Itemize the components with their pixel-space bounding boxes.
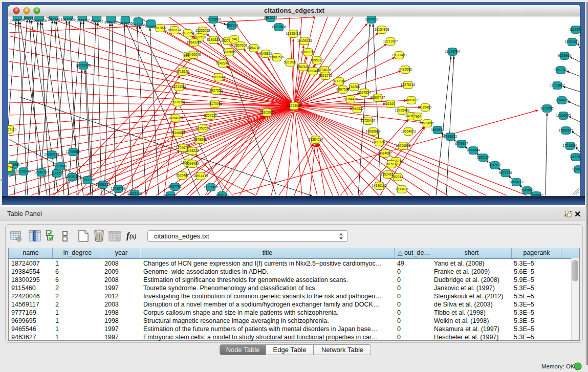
svg-text:11156829: 11156829 <box>16 169 31 173</box>
svg-text:19166825: 19166825 <box>171 131 186 135</box>
svg-text:1257730: 1257730 <box>47 18 60 21</box>
svg-text:16154808: 16154808 <box>375 28 389 31</box>
svg-text:16914479: 16914479 <box>193 174 208 178</box>
svg-text:6466160: 6466160 <box>104 20 118 24</box>
svg-text:12923468: 12923468 <box>127 192 142 195</box>
svg-text:20053346: 20053346 <box>76 63 91 67</box>
svg-text:8990444: 8990444 <box>307 69 320 73</box>
svg-text:1640954: 1640954 <box>431 128 444 132</box>
svg-text:17957225: 17957225 <box>80 178 95 182</box>
svg-text:12213362: 12213362 <box>172 85 187 89</box>
svg-text:2935114: 2935114 <box>477 156 490 159</box>
svg-text:20200578: 20200578 <box>45 152 59 156</box>
svg-text:6794028: 6794028 <box>318 68 331 72</box>
svg-text:7986322: 7986322 <box>351 107 364 111</box>
svg-text:9245652: 9245652 <box>520 188 534 192</box>
svg-text:1112541: 1112541 <box>570 28 580 31</box>
svg-text:19054982: 19054982 <box>168 116 183 120</box>
svg-text:15720407: 15720407 <box>361 119 376 122</box>
svg-text:10961758: 10961758 <box>301 50 316 54</box>
svg-text:1527602: 1527602 <box>90 19 103 23</box>
svg-text:12353594: 12353594 <box>195 126 210 130</box>
svg-text:8215955: 8215955 <box>540 106 554 110</box>
svg-text:6479197: 6479197 <box>455 142 468 145</box>
svg-text:15226058: 15226058 <box>195 29 210 32</box>
svg-text:9245042: 9245042 <box>530 193 543 196</box>
svg-text:12213967: 12213967 <box>383 39 398 43</box>
svg-text:18724007: 18724007 <box>287 104 302 107</box>
svg-text:10958127: 10958127 <box>96 183 111 186</box>
svg-text:8660124: 8660124 <box>168 28 181 32</box>
svg-text:53594: 53594 <box>8 165 13 169</box>
svg-text:16053809: 16053809 <box>206 17 221 21</box>
svg-text:3624554: 3624554 <box>358 91 371 94</box>
svg-text:2718126: 2718126 <box>176 70 189 73</box>
svg-text:546: 546 <box>232 37 237 41</box>
svg-text:1362615: 1362615 <box>296 65 310 69</box>
svg-text:13267110: 13267110 <box>8 127 17 131</box>
svg-text:2803144: 2803144 <box>212 75 225 79</box>
svg-text:252214: 252214 <box>392 175 403 179</box>
svg-text:7955812: 7955812 <box>310 58 323 62</box>
svg-text:9245012: 9245012 <box>572 167 580 171</box>
svg-text:5878342: 5878342 <box>193 138 207 141</box>
svg-text:10577305: 10577305 <box>61 18 76 21</box>
svg-text:9242848: 9242848 <box>216 61 229 65</box>
svg-text:4498222: 4498222 <box>186 149 199 152</box>
svg-text:10025453: 10025453 <box>395 108 410 112</box>
svg-text:20364436: 20364436 <box>343 97 358 101</box>
svg-text:7625402: 7625402 <box>176 173 189 177</box>
svg-text:7964: 7964 <box>414 115 422 118</box>
svg-text:15692971: 15692971 <box>559 128 574 132</box>
svg-text:114519: 114519 <box>51 171 62 175</box>
svg-text:8471676: 8471676 <box>499 171 512 174</box>
svg-text:10654112: 10654112 <box>509 180 524 184</box>
svg-text:9327509: 9327509 <box>193 35 206 39</box>
svg-text:12975115: 12975115 <box>401 83 416 86</box>
svg-text:10543382: 10543382 <box>187 40 202 44</box>
svg-text:12905135: 12905135 <box>65 175 80 179</box>
svg-text:10688609: 10688609 <box>366 129 381 133</box>
svg-text:9457791: 9457791 <box>168 185 182 188</box>
svg-text:8938913: 8938913 <box>444 135 457 138</box>
svg-text:3875685: 3875685 <box>223 50 236 54</box>
svg-text:10671355: 10671355 <box>131 23 146 27</box>
svg-text:15751074: 15751074 <box>565 40 580 43</box>
svg-text:10807487: 10807487 <box>371 96 385 99</box>
svg-text:10756928: 10756928 <box>396 144 411 147</box>
svg-text:8427552: 8427552 <box>209 89 223 92</box>
svg-text:7485003: 7485003 <box>399 68 412 71</box>
svg-text:1733426: 1733426 <box>395 187 408 191</box>
svg-text:8186328: 8186328 <box>207 38 220 41</box>
svg-text:9699695: 9699695 <box>421 121 434 125</box>
svg-text:3912954: 3912954 <box>181 31 194 35</box>
svg-text:11325419: 11325419 <box>286 32 301 35</box>
svg-text:15883520: 15883520 <box>270 55 285 59</box>
svg-text:16409213: 16409213 <box>297 39 312 42</box>
svg-text:1244415: 1244415 <box>555 98 569 102</box>
svg-text:8813054: 8813054 <box>264 16 277 19</box>
svg-text:9329966: 9329966 <box>558 54 571 57</box>
svg-text:7632621: 7632621 <box>488 163 502 167</box>
svg-text:317006: 317006 <box>209 102 221 105</box>
svg-text:10653267: 10653267 <box>75 18 90 22</box>
svg-text:3267110: 3267110 <box>204 114 217 117</box>
svg-text:5322037: 5322037 <box>284 60 297 64</box>
svg-text:14136141: 14136141 <box>372 184 387 187</box>
svg-text:19384554: 19384554 <box>309 138 323 141</box>
svg-text:2087682: 2087682 <box>365 17 378 21</box>
svg-text:9115460: 9115460 <box>419 105 432 109</box>
svg-text:7663822: 7663822 <box>154 26 167 30</box>
svg-text:19654923: 19654923 <box>401 129 416 133</box>
svg-text:9146821: 9146821 <box>259 52 272 55</box>
svg-text:16210643: 16210643 <box>556 114 571 117</box>
svg-text:9397588: 9397588 <box>54 164 67 168</box>
svg-text:9084067: 9084067 <box>379 151 392 155</box>
svg-text:1621072: 1621072 <box>319 74 332 77</box>
svg-text:12942737: 12942737 <box>34 170 49 174</box>
svg-text:8454749: 8454749 <box>247 46 260 50</box>
svg-text:18807249: 18807249 <box>372 140 387 144</box>
svg-text:20691406: 20691406 <box>32 19 47 23</box>
svg-text:10218506: 10218506 <box>272 25 287 29</box>
svg-text:6099489: 6099489 <box>186 162 199 165</box>
